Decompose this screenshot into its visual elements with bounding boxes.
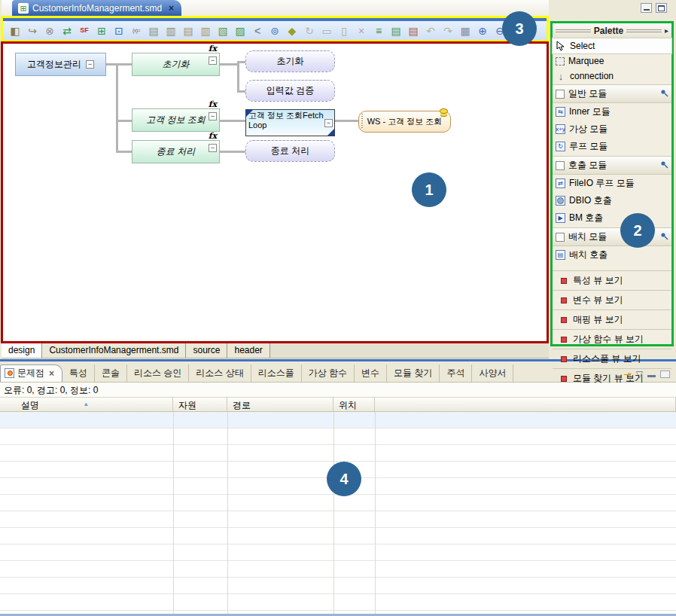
panel-tab-변수[interactable]: 변수 <box>355 364 387 382</box>
panel-tab-주석[interactable]: 주석 <box>440 364 472 382</box>
export-module-icon[interactable]: ↪ <box>26 24 39 38</box>
palette-item-inner-module[interactable]: ⇆Inner 모듈 <box>553 103 671 120</box>
collapse-icon[interactable]: < <box>251 24 264 38</box>
palette-header[interactable]: Palette ▸ <box>553 23 671 38</box>
panel-tab-리소스 승인[interactable]: 리소스 승인 <box>127 364 189 382</box>
column-header-설명[interactable]: 설명▴ <box>0 398 173 411</box>
paste-resource-icon[interactable]: ▧ <box>216 24 230 38</box>
palette-property-view[interactable]: 특성 뷰 보기 <box>553 270 671 290</box>
table-row[interactable] <box>0 594 676 611</box>
delete-icon[interactable]: × <box>355 24 368 38</box>
redo-icon[interactable]: ↷ <box>441 24 455 38</box>
mapping-icon[interactable]: ⇄ <box>60 24 74 38</box>
sync-icon[interactable]: ↻ <box>303 24 316 38</box>
collapse-icon[interactable]: − <box>209 112 217 120</box>
column-header-경로[interactable]: 경로 <box>227 398 333 411</box>
package-icon[interactable]: ◆ <box>285 24 299 38</box>
undo-icon[interactable]: ↶ <box>424 24 437 38</box>
table-row[interactable] <box>0 528 676 544</box>
new-module-icon[interactable]: ◧ <box>8 24 22 38</box>
paste-red-icon[interactable]: ▤ <box>407 24 420 38</box>
collapse-icon[interactable]: − <box>324 119 333 127</box>
palette-variable-view[interactable]: 변수 뷰 보기 <box>553 290 671 310</box>
smd-icon[interactable]: ⊞ <box>95 24 108 38</box>
node-init-module[interactable]: 초기화 fx − <box>132 53 220 76</box>
palette-item-loop-module[interactable]: ↻루프 모듈 <box>553 138 671 155</box>
editor-mode-tab-source[interactable]: source <box>186 343 227 358</box>
grid-edit-icon[interactable]: ▦ <box>458 24 472 38</box>
panel-tab-사양서[interactable]: 사양서 <box>472 364 513 382</box>
memo-icon[interactable]: ▤ <box>147 24 160 38</box>
window-minimize-button[interactable] <box>641 3 652 13</box>
design-canvas[interactable]: 고객정보관리 − 초기화 fx − 고객 정보 조회 fx − 종료 처리 fx… <box>1 41 549 343</box>
palette-item-dbio-call[interactable]: DBIO 호출 <box>553 192 671 209</box>
copy-icon[interactable]: ▭ <box>320 24 333 38</box>
node-validate-step[interactable]: 입력값 검증 <box>245 80 335 102</box>
column-header-자원[interactable]: 자원 <box>173 398 227 411</box>
palette-resource-pool-view[interactable]: 리소스풀 뷰 보기 <box>553 349 671 368</box>
close-icon[interactable]: × <box>169 3 174 14</box>
column-header-위치[interactable]: 위치 <box>333 398 375 411</box>
table-row[interactable] <box>0 578 676 594</box>
sf-function-icon[interactable]: SF <box>78 24 91 38</box>
table-row[interactable] <box>0 561 676 578</box>
table-row[interactable] <box>0 544 676 561</box>
node-ws-call[interactable]: WS - 고객 정보 조회 <box>358 111 451 133</box>
remove-module-icon[interactable]: ⊗ <box>43 24 56 38</box>
pin-icon[interactable] <box>660 160 668 171</box>
node-fetch-loop[interactable]: 고객 정보 조회Fetch Loop − <box>245 109 335 136</box>
editor-tab-active[interactable]: ⊞ CustomerInfoManagerment.smd × <box>12 0 181 17</box>
window-maximize-button[interactable] <box>656 3 667 13</box>
palette-mapping-view[interactable]: 매핑 뷰 보기 <box>553 310 671 329</box>
paste-resource2-icon[interactable]: ▨ <box>233 24 247 38</box>
palette-module-find-view[interactable]: 모듈 찾기 뷰 보기 <box>553 368 671 388</box>
palette-group-call-modules[interactable]: 호출 모듈 <box>553 156 671 175</box>
node-init-step[interactable]: 초기화 <box>245 50 335 72</box>
palette-tool-select[interactable]: Select <box>553 38 671 53</box>
table-row[interactable] <box>0 495 676 511</box>
palette-item-batch-call[interactable]: ▤배치 호출 <box>553 246 671 264</box>
palette-tool-connection[interactable]: ↓connection <box>553 69 671 84</box>
editor-mode-tab-CustomerInfoManagerment.smd[interactable]: CustomerInfoManagerment.smd <box>42 343 186 358</box>
zoom-in-icon[interactable]: ⊕ <box>476 24 489 38</box>
palette-virtual-function-view[interactable]: 가상 함수 뷰 보기 <box>553 329 671 349</box>
panel-tab-가상 함수[interactable]: 가상 함수 <box>302 364 355 382</box>
palette-collapse-icon[interactable]: ▸ <box>665 26 668 35</box>
table-row[interactable] <box>0 428 676 445</box>
node-end-step[interactable]: 종료 처리 <box>245 140 335 162</box>
close-icon[interactable]: × <box>49 368 54 379</box>
table-row[interactable] <box>0 412 676 428</box>
editor-mode-tab-header[interactable]: header <box>227 343 269 358</box>
column-header-empty[interactable] <box>375 398 676 411</box>
paste-icon[interactable]: ▯ <box>337 24 351 38</box>
node-query-module[interactable]: 고객 정보 조회 fx − <box>132 108 220 132</box>
copy-resource2-icon[interactable]: ▥ <box>199 24 212 38</box>
panel-tab-모듈 찾기[interactable]: 모듈 찾기 <box>387 364 440 382</box>
collapse-icon[interactable]: − <box>209 56 217 65</box>
collapse-icon[interactable]: − <box>86 60 94 69</box>
paste-green-icon[interactable]: ▤ <box>389 24 403 38</box>
palette-item-virtual-module[interactable]: x+y가상 모듈 <box>553 120 671 138</box>
flow-icon[interactable]: ⊡ <box>112 24 126 38</box>
node-root-module[interactable]: 고객정보관리 − <box>15 53 106 76</box>
copy-resource-icon[interactable]: ▤ <box>181 24 195 38</box>
palette-tool-marquee[interactable]: Marquee <box>553 53 671 69</box>
binary-icon[interactable]: ▥ <box>164 24 178 38</box>
panel-tab-콘솔[interactable]: 콘솔 <box>95 364 127 382</box>
table-row[interactable] <box>0 511 676 528</box>
search-values-icon[interactable]: ⊚ <box>268 24 282 38</box>
panel-tab-특성[interactable]: 특성 <box>62 364 95 382</box>
panel-tab-리소스풀[interactable]: 리소스풀 <box>251 364 302 382</box>
collapse-icon[interactable]: − <box>209 144 217 152</box>
palette-group-general-modules[interactable]: 일반 모듈 <box>553 84 671 103</box>
palette-item-fileio-loop-module[interactable]: ⇄FileIO 루프 모듈 <box>553 175 671 192</box>
table-row[interactable] <box>0 445 676 462</box>
outline-list-icon[interactable]: ≡ <box>372 24 385 38</box>
panel-tab-리소스 상태[interactable]: 리소스 상태 <box>189 364 251 382</box>
assign-icon[interactable]: (x)= <box>129 24 143 38</box>
editor-mode-tab-design[interactable]: design <box>2 343 42 358</box>
pin-icon[interactable] <box>660 232 668 242</box>
panel-tab-문제점[interactable]: 문제점× <box>0 364 62 382</box>
node-end-module[interactable]: 종료 처리 fx − <box>132 140 220 163</box>
pin-icon[interactable] <box>660 89 668 99</box>
